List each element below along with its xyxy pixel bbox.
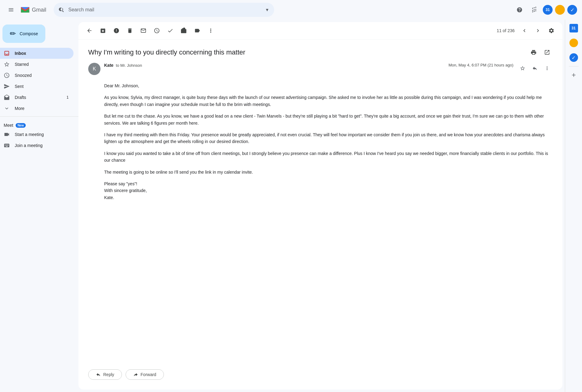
email-header: K Kate to Mr. Johnson Mon, May 4, 6:07 P… [88, 63, 553, 75]
svg-text:Gmail: Gmail [32, 7, 46, 13]
search-input[interactable] [68, 7, 261, 13]
sidebar-item-sent[interactable]: Sent [0, 81, 74, 92]
help-button[interactable] [513, 4, 526, 16]
right-panel-contacts-button[interactable]: ✓ [568, 51, 580, 64]
page-info: 11 of 236 [497, 28, 515, 33]
label-button[interactable] [191, 24, 203, 37]
search-dropdown-icon[interactable]: ▼ [265, 7, 269, 12]
sidebar-item-starred[interactable]: Starred [0, 59, 74, 70]
email-body-p0: Dear Mr. Johnson, [104, 82, 553, 89]
meet-new-badge: New [16, 123, 26, 128]
right-panel-calendar-button[interactable]: 31 [568, 22, 580, 34]
mark-unread-button[interactable] [137, 24, 149, 37]
compose-button[interactable]: ✏ Compose [2, 24, 45, 43]
more-options-button[interactable] [205, 24, 217, 37]
sender-name: Kate [104, 63, 113, 68]
email-to: to Mr. Johnson [116, 63, 142, 68]
sidebar-item-inbox[interactable]: Inbox [0, 48, 74, 59]
sidebar-item-start-meeting[interactable]: Start a meeting [0, 129, 74, 140]
user-avatar-blue[interactable]: ✓ [567, 5, 577, 15]
add-icon [571, 72, 577, 78]
meet-label: Meet [4, 123, 13, 128]
reply-label: Reply [103, 372, 114, 377]
search-icon [59, 7, 65, 13]
star-icon [4, 61, 10, 67]
sender-avatar: K [88, 63, 100, 75]
topbar-right: 31 ✓ [513, 4, 577, 16]
print-button[interactable] [528, 47, 539, 58]
email-actions: Reply Forward [78, 362, 562, 390]
archive-button[interactable] [97, 24, 109, 37]
email-body-p3: I have my third meeting with them this F… [104, 131, 553, 145]
sidebar-item-sent-label: Sent [15, 84, 69, 89]
sidebar: ✏ Compose Inbox Starred Snoozed [0, 20, 78, 392]
drafts-icon [4, 94, 10, 100]
topbar: Gmail ▼ 31 ✓ [0, 0, 582, 20]
right-panel-add-button[interactable] [568, 69, 580, 81]
prev-email-button[interactable] [518, 24, 531, 37]
email-subject-text: Why I'm writing to you directly concerni… [88, 48, 528, 56]
user-avatar-yellow[interactable] [555, 5, 565, 15]
reply-quick-button[interactable] [529, 63, 540, 74]
right-panel-divider [569, 66, 579, 66]
snooze-button[interactable] [151, 24, 163, 37]
delete-button[interactable] [124, 24, 136, 37]
sidebar-item-more-label: More [15, 106, 69, 111]
start-meeting-label: Start a meeting [15, 132, 44, 137]
sidebar-item-drafts-label: Drafts [15, 95, 62, 100]
back-button[interactable] [83, 24, 96, 37]
chevron-down-icon [4, 105, 10, 111]
next-email-button[interactable] [532, 24, 544, 37]
compose-label: Compose [20, 31, 38, 36]
sidebar-item-drafts[interactable]: Drafts 1 [0, 92, 74, 103]
email-more-options-button[interactable] [542, 63, 553, 74]
done-button[interactable] [164, 24, 176, 37]
drafts-badge: 1 [66, 95, 69, 100]
star-email-button[interactable] [517, 63, 528, 74]
open-new-window-button[interactable] [542, 47, 553, 58]
sidebar-item-snoozed-label: Snoozed [15, 73, 69, 78]
compose-plus-icon: ✏ [10, 29, 16, 38]
main-layout: ✏ Compose Inbox Starred Snoozed [0, 20, 582, 392]
forward-button[interactable]: Forward [126, 369, 164, 380]
email-header-icons [517, 63, 553, 74]
join-meeting-label: Join a meeting [15, 143, 43, 148]
calendar-icon: 31 [569, 24, 578, 32]
calendar-button[interactable]: 31 [543, 5, 553, 15]
sidebar-divider [0, 116, 78, 117]
email-body-p5: The meeting is going to be online so I'l… [104, 169, 553, 175]
search-bar[interactable]: ▼ [54, 3, 274, 17]
email-body: Dear Mr. Johnson, As you know, Sylvia, m… [88, 82, 553, 201]
email-subject: Why I'm writing to you directly concerni… [88, 47, 553, 58]
sidebar-item-snoozed[interactable]: Snoozed [0, 70, 74, 81]
clock-icon [4, 72, 10, 78]
right-panel: 31 ✓ [565, 20, 582, 392]
email-body-p2: But let me cut to the chase. As you know… [104, 113, 553, 126]
email-subject-actions [528, 47, 553, 58]
email-body-p4: I know you said you wanted to take a bit… [104, 150, 553, 164]
spam-button[interactable] [110, 24, 123, 37]
contacts-icon: ✓ [569, 53, 578, 62]
email-content: Why I'm writing to you directly concerni… [78, 40, 562, 362]
reply-button[interactable]: Reply [88, 369, 122, 380]
meet-header: Meet New [0, 122, 78, 129]
apps-button[interactable] [528, 4, 540, 16]
menu-icon[interactable] [5, 4, 17, 16]
video-icon [4, 131, 10, 138]
right-panel-tasks-button[interactable] [568, 37, 580, 49]
move-button[interactable] [178, 24, 190, 37]
email-meta: Kate to Mr. Johnson [104, 63, 445, 68]
settings-button[interactable] [545, 24, 557, 37]
gmail-logo: Gmail [20, 4, 49, 15]
sidebar-item-join-meeting[interactable]: Join a meeting [0, 140, 74, 151]
email-toolbar: 11 of 236 [78, 22, 562, 40]
reply-icon [96, 372, 101, 377]
tasks-icon [569, 39, 578, 47]
email-time: Mon, May 4, 6:07 PM (21 hours ago) [448, 63, 513, 67]
sidebar-item-more[interactable]: More [0, 103, 74, 114]
email-body-p1: As you know, Sylvia, my direct manager, … [104, 94, 553, 108]
email-body-p6: Please say "yes"!With sincere gratitude,… [104, 180, 553, 201]
inbox-icon [4, 50, 10, 56]
email-from-row: Kate to Mr. Johnson [104, 63, 445, 68]
sidebar-item-inbox-label: Inbox [15, 51, 69, 56]
